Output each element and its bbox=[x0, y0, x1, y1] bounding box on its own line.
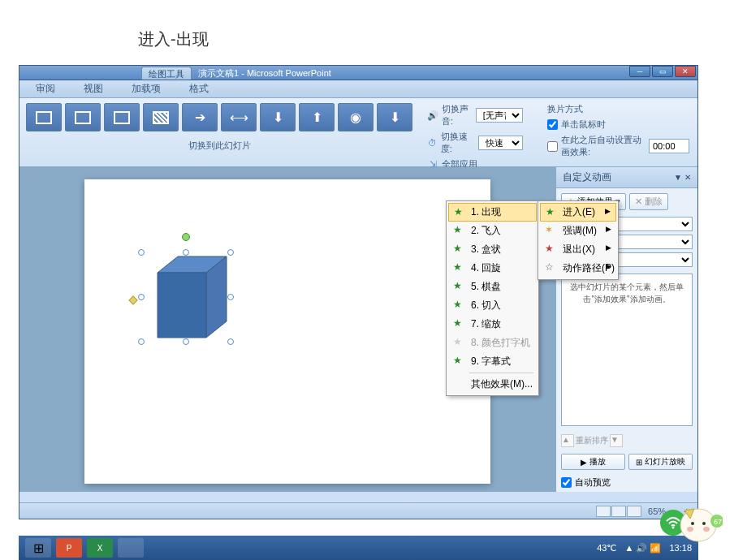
effect-label: 切入 bbox=[481, 299, 501, 311]
windows-taskbar: ⊞ P X 43℃ ▲ 🔊 📶 13:18 bbox=[19, 536, 698, 560]
category-emphasis[interactable]: ✶ 强调(M) ▶ bbox=[540, 222, 616, 240]
effect-label: 飞入 bbox=[481, 225, 501, 236]
sorter-view-button[interactable] bbox=[611, 506, 626, 517]
tab-addins[interactable]: 加载项 bbox=[123, 80, 169, 97]
transition-option-7[interactable]: ⬇ bbox=[260, 103, 296, 131]
remove-effect-button[interactable]: ✕ 删除 bbox=[629, 193, 668, 210]
reorder-label: 重新排序 bbox=[576, 435, 608, 446]
effect-box[interactable]: ★ 3. 盒状 bbox=[448, 240, 537, 259]
effect-credits[interactable]: ★ 9. 字幕式 bbox=[448, 352, 537, 371]
adjust-handle[interactable] bbox=[128, 295, 137, 304]
submenu-arrow-icon: ▶ bbox=[606, 243, 611, 252]
transition-option-4[interactable] bbox=[143, 103, 179, 131]
tab-format[interactable]: 格式 bbox=[181, 80, 217, 97]
star-icon: ★ bbox=[453, 355, 464, 366]
category-label: 退出(X) bbox=[563, 243, 595, 255]
effect-num: 2. bbox=[471, 225, 479, 236]
remove-label: 删除 bbox=[645, 196, 663, 208]
tab-review[interactable]: 审阅 bbox=[28, 80, 63, 97]
auto-after-label: 在此之后自动设置动画效果: bbox=[561, 134, 646, 158]
on-click-checkbox[interactable] bbox=[547, 119, 558, 130]
speed-label: 切换速度: bbox=[441, 131, 475, 155]
svg-marker-2 bbox=[158, 273, 206, 338]
effect-flyin[interactable]: ★ 2. 飞入 bbox=[448, 222, 537, 240]
auto-preview-label: 自动预览 bbox=[575, 476, 611, 489]
resize-handle-s[interactable] bbox=[183, 338, 189, 345]
minimize-button[interactable]: ─ bbox=[629, 66, 650, 77]
effect-label: 字幕式 bbox=[481, 355, 511, 367]
resize-handle-ne[interactable] bbox=[227, 249, 234, 256]
category-label: 进入(E) bbox=[563, 206, 595, 218]
effect-checkerboard[interactable]: ★ 5. 棋盘 bbox=[448, 278, 537, 296]
star-icon: ★ bbox=[453, 336, 464, 347]
move-down-button[interactable]: ▼ bbox=[610, 434, 623, 447]
resize-handle-se[interactable] bbox=[227, 338, 234, 345]
slideshow-icon: ⊞ bbox=[636, 458, 642, 467]
tray-icons[interactable]: ▲ 🔊 📶 bbox=[624, 543, 661, 554]
transition-option-9[interactable]: ◉ bbox=[338, 103, 374, 131]
transition-option-2[interactable] bbox=[65, 103, 101, 131]
effect-appear[interactable]: ★ 1. 出现 bbox=[448, 203, 537, 222]
resize-handle-w[interactable] bbox=[138, 294, 145, 300]
slideshow-button[interactable]: ⊞ 幻灯片放映 bbox=[628, 454, 693, 470]
gallery-caption: 切换到此幻灯片 bbox=[19, 136, 419, 155]
effect-color-typewriter[interactable]: ★ 8. 颜色打字机 bbox=[448, 334, 537, 352]
transition-option-6[interactable]: ⟷ bbox=[221, 103, 257, 131]
mascot-character[interactable]: 67 bbox=[670, 493, 723, 545]
star-icon: ★ bbox=[453, 261, 464, 273]
effect-spiral[interactable]: ★ 4. 回旋 bbox=[448, 259, 537, 278]
tab-view[interactable]: 视图 bbox=[76, 80, 111, 97]
contextual-tool-tab[interactable]: 绘图工具 bbox=[141, 67, 192, 80]
auto-after-checkbox[interactable] bbox=[547, 141, 558, 152]
taskbar-powerpoint-icon[interactable]: P bbox=[56, 538, 82, 558]
resize-handle-sw[interactable] bbox=[138, 338, 145, 345]
svg-point-5 bbox=[691, 522, 694, 525]
effect-label: 回旋 bbox=[481, 262, 501, 274]
maximize-button[interactable]: ▭ bbox=[652, 66, 673, 77]
play-button[interactable]: ▶ 播放 bbox=[561, 454, 625, 470]
transition-option-10[interactable]: ⬇ bbox=[377, 103, 412, 131]
category-exit[interactable]: ★ 退出(X) ▶ bbox=[540, 240, 616, 259]
normal-view-button[interactable] bbox=[596, 506, 611, 517]
svg-point-6 bbox=[702, 522, 706, 525]
slide-canvas[interactable] bbox=[84, 179, 490, 484]
slideshow-view-button[interactable] bbox=[627, 506, 641, 517]
taskbar-app-icon[interactable] bbox=[118, 538, 144, 558]
advance-section-header: 换片方式 bbox=[547, 103, 689, 115]
transition-option-1[interactable] bbox=[26, 103, 62, 131]
star-icon: ★ bbox=[545, 243, 556, 254]
resize-handle-e[interactable] bbox=[227, 294, 234, 300]
category-motion-path[interactable]: ☆ 动作路径(P) ▶ bbox=[540, 259, 616, 278]
move-up-button[interactable]: ▲ bbox=[561, 434, 574, 447]
star-icon: ★ bbox=[453, 243, 464, 254]
transition-option-5[interactable]: ➔ bbox=[182, 103, 218, 131]
status-bar: 65% − + bbox=[19, 502, 697, 519]
transition-option-8[interactable]: ⬆ bbox=[299, 103, 335, 131]
cube-svg bbox=[141, 252, 231, 342]
more-effects-label: 其他效果(M)... bbox=[471, 378, 533, 390]
cube-shape[interactable] bbox=[141, 252, 231, 342]
svg-point-8 bbox=[703, 527, 710, 532]
pane-menu-icon[interactable]: ▼ bbox=[674, 173, 682, 182]
effect-zoom[interactable]: ★ 7. 缩放 bbox=[448, 315, 537, 334]
auto-preview-checkbox[interactable] bbox=[561, 477, 572, 488]
pane-close-icon[interactable]: ✕ bbox=[684, 173, 691, 182]
transition-option-3[interactable] bbox=[104, 103, 140, 131]
sound-select[interactable]: [无声音] bbox=[476, 108, 523, 123]
close-button[interactable]: ✕ bbox=[675, 66, 696, 77]
star-icon: ★ bbox=[453, 317, 464, 329]
category-entrance[interactable]: ★ 进入(E) ▶ bbox=[540, 203, 616, 222]
effect-peek[interactable]: ★ 6. 切入 bbox=[448, 296, 537, 315]
speed-select[interactable]: 快速 bbox=[478, 136, 523, 150]
sound-icon: 🔊 bbox=[427, 110, 438, 121]
submenu-arrow-icon: ▶ bbox=[606, 225, 611, 233]
taskbar-excel-icon[interactable]: X bbox=[87, 538, 113, 558]
more-effects[interactable]: 其他效果(M)... bbox=[448, 375, 537, 394]
resize-handle-n[interactable] bbox=[183, 249, 189, 256]
start-button[interactable]: ⊞ bbox=[25, 538, 51, 558]
effect-label: 盒状 bbox=[481, 243, 501, 255]
auto-time-input[interactable] bbox=[649, 139, 689, 153]
resize-handle-nw[interactable] bbox=[138, 249, 145, 256]
submenu-arrow-icon: ▶ bbox=[606, 262, 611, 270]
rotate-handle[interactable] bbox=[182, 233, 190, 241]
